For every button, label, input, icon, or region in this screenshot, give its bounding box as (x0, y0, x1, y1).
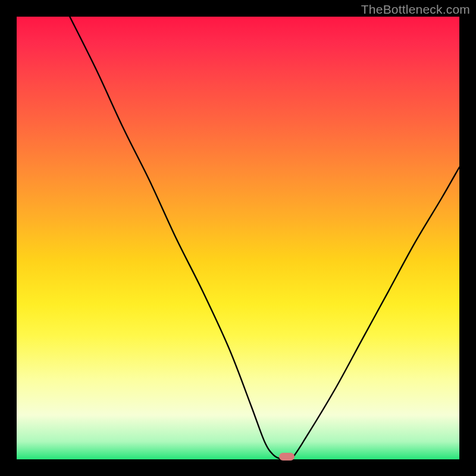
watermark-text: TheBottleneck.com (361, 2, 470, 17)
optimal-marker (279, 453, 295, 461)
bottleneck-curve (17, 17, 459, 459)
chart-frame: TheBottleneck.com (0, 0, 476, 476)
plot-area (17, 17, 459, 459)
